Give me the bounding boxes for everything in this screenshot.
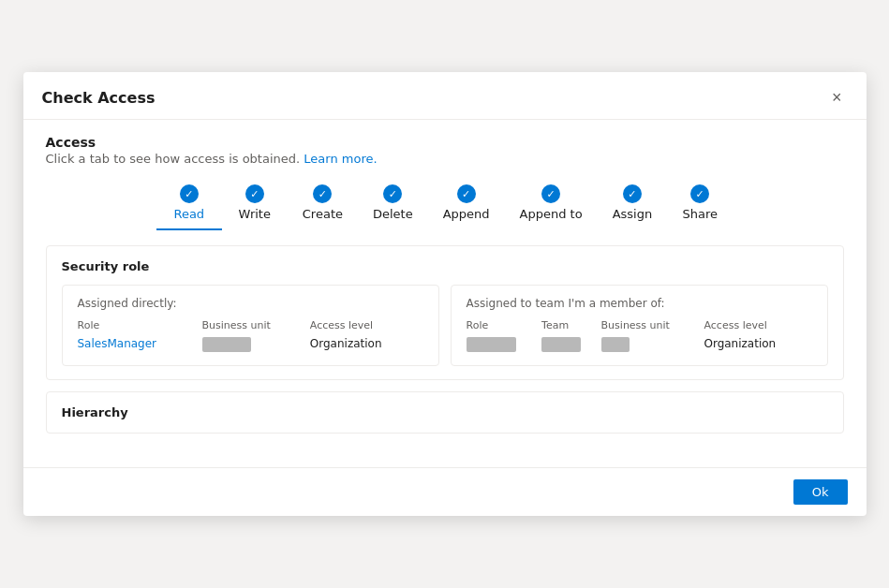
hierarchy-section: Hierarchy [46,391,844,434]
tab-write-check-icon: ✓ [245,184,264,203]
tab-create-check-icon: ✓ [313,184,332,203]
hierarchy-title: Hierarchy [62,405,828,419]
table-row: Organization [467,335,812,354]
role-cell: SalesManager [78,335,202,354]
tab-append-to[interactable]: ✓ Append to [505,181,598,230]
tab-write-label: Write [239,207,271,221]
tab-read[interactable]: ✓ Read [156,181,222,230]
assigned-directly-label: Assigned directly: [78,297,423,310]
assigned-team-box: Assigned to team I'm a member of: Role T… [451,285,828,366]
col-access-level: Access level [310,317,423,335]
tab-write[interactable]: ✓ Write [222,181,288,230]
team-role-cell [467,335,542,354]
role-link-sales[interactable]: Sales [78,337,108,350]
ok-button[interactable]: Ok [793,479,848,505]
tab-append-label: Append [443,207,490,221]
col-team: Team [541,317,600,335]
assigned-team-label: Assigned to team I'm a member of: [467,297,812,310]
team-access-level-cell: Organization [704,335,811,354]
tab-append-to-label: Append to [520,207,583,221]
tab-assign[interactable]: ✓ Assign [598,181,668,230]
access-title: Access [46,135,844,150]
tab-create-label: Create [303,207,343,221]
access-subtitle: Click a tab to see how access is obtaine… [46,152,844,166]
tab-assign-label: Assign [613,207,653,221]
col-team-business-unit: Business unit [601,317,704,335]
assigned-directly-header-row: Role Business unit Access level [78,317,423,335]
dialog-header: Check Access × [23,72,867,120]
tab-share-check-icon: ✓ [690,184,709,203]
check-access-dialog: Check Access × Access Click a tab to see… [23,72,867,516]
business-unit-value: can731 [202,337,251,352]
assigned-team-header-row: Role Team Business unit Access level [467,317,812,335]
learn-more-link[interactable]: Learn more. [304,152,377,166]
tab-append-check-icon: ✓ [457,184,476,203]
access-level-cell: Organization [310,335,423,354]
tab-delete-check-icon: ✓ [383,184,402,203]
team-business-unit-value [601,337,630,352]
close-button[interactable]: × [826,87,848,108]
tab-share-label: Share [682,207,718,221]
security-role-content: Assigned directly: Role Business unit Ac… [62,285,828,366]
business-unit-cell: can731 [202,335,310,354]
assigned-team-table: Role Team Business unit Access level [467,317,812,354]
col-team-role: Role [467,317,542,335]
tabs-container: ✓ Read ✓ Write ✓ Create ✓ Delete ✓ Appen… [46,181,844,230]
team-value [541,337,581,352]
security-role-title: Security role [62,259,828,273]
tab-read-check-icon: ✓ [180,184,199,203]
team-role-value [467,337,517,352]
dialog-body: Access Click a tab to see how access is … [23,120,867,467]
col-role: Role [78,317,202,335]
security-role-section: Security role Assigned directly: Role Bu… [46,245,844,380]
col-team-access-level: Access level [704,317,811,335]
tab-append-to-check-icon: ✓ [541,184,560,203]
assigned-directly-box: Assigned directly: Role Business unit Ac… [62,285,439,366]
dialog-footer: Ok [23,467,867,516]
tab-assign-check-icon: ✓ [623,184,642,203]
team-business-unit-cell [601,335,704,354]
tab-append[interactable]: ✓ Append [428,181,505,230]
assigned-directly-table: Role Business unit Access level SalesMan… [78,317,423,354]
col-business-unit: Business unit [202,317,310,335]
tab-delete-label: Delete [373,207,413,221]
role-link-manager[interactable]: Manager [107,337,156,350]
tab-create[interactable]: ✓ Create [288,181,358,230]
table-row: SalesManager can731 Organization [78,335,423,354]
team-cell [541,335,600,354]
tab-read-label: Read [173,207,204,221]
tab-share[interactable]: ✓ Share [667,181,733,230]
tab-delete[interactable]: ✓ Delete [358,181,428,230]
dialog-title: Check Access [42,89,156,107]
